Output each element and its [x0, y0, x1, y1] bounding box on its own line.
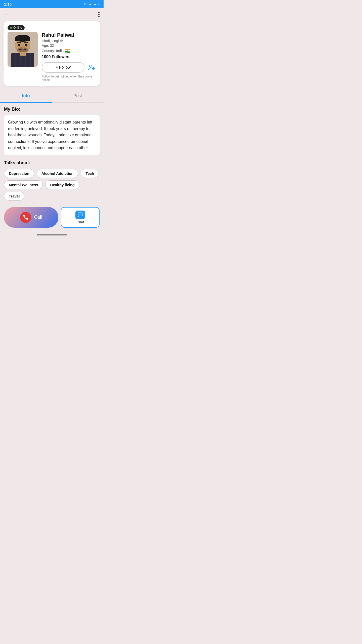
signal-icon: ▲	[93, 2, 97, 6]
profile-info: Rahul Paliwal Hindi, English Age: 32 Cou…	[42, 25, 96, 82]
profile-card: Online	[4, 21, 100, 86]
svg-rect-16	[79, 214, 82, 214]
tag-mental-wellness[interactable]: Mental Wellness	[4, 180, 43, 189]
talks-title: Talks about:	[4, 160, 100, 166]
svg-point-11	[18, 44, 20, 47]
profile-languages: Hindi, English	[42, 39, 96, 43]
info-section: My Bio: Growing up with emotionally dist…	[0, 107, 104, 200]
country-name: India	[56, 49, 64, 53]
call-button[interactable]: Call	[4, 207, 58, 228]
more-options-button[interactable]	[98, 12, 100, 17]
home-bar	[37, 234, 67, 235]
status-time: 1:15	[4, 2, 12, 6]
bottom-actions: Call Chat	[0, 203, 104, 232]
followers-count: 1000 Followers	[42, 55, 96, 59]
svg-point-12	[25, 44, 27, 47]
wifi-icon: ▲	[88, 2, 92, 6]
call-icon	[20, 212, 31, 223]
bio-title: My Bio:	[4, 107, 100, 112]
chat-label: Chat	[76, 220, 84, 224]
online-label: Online	[13, 26, 22, 29]
tag-tech[interactable]: Tech	[81, 169, 99, 178]
profile-country: Country: India 🇮🇳	[42, 48, 96, 54]
tab-info[interactable]: Info	[0, 90, 52, 103]
avatar	[8, 32, 38, 67]
tag-alcohol-addiction[interactable]: Alcohol Addiction	[37, 169, 78, 178]
profile-age: Age: 32	[42, 44, 96, 48]
online-dot-icon	[10, 27, 12, 29]
svg-point-13	[89, 65, 92, 67]
svg-rect-9	[15, 38, 30, 41]
home-indicator	[0, 232, 104, 237]
status-icons: ⊖ ▲ ▲ ▪	[84, 2, 100, 6]
call-label: Call	[34, 215, 42, 220]
country-label: Country:	[42, 49, 55, 53]
tag-travel[interactable]: Travel	[4, 192, 24, 200]
add-user-button[interactable]	[87, 63, 96, 72]
svg-rect-17	[79, 215, 81, 215]
tab-post[interactable]: Post	[52, 90, 104, 102]
top-nav: ←	[0, 8, 104, 21]
chat-icon	[75, 211, 85, 219]
back-button[interactable]: ←	[4, 11, 10, 18]
battery-icon: ▪	[98, 2, 100, 6]
follow-button[interactable]: + Follow	[42, 62, 84, 73]
avatar-wrap: Online	[8, 25, 38, 67]
chat-button[interactable]: Chat	[61, 207, 100, 228]
tags-row-1: Depression Alcohol Addiction Tech	[4, 169, 100, 178]
follow-hint: Follow to get notified when they come on…	[42, 75, 96, 82]
country-flag: 🇮🇳	[65, 48, 70, 54]
tag-depression[interactable]: Depression	[4, 169, 34, 178]
tag-healthy-living[interactable]: Healthy living	[45, 180, 79, 189]
follow-row: + Follow	[42, 62, 96, 73]
profile-name: Rahul Paliwal	[42, 32, 96, 38]
online-badge: Online	[8, 25, 25, 30]
bio-text: Growing up with emotionally distant pare…	[4, 115, 100, 155]
block-icon: ⊖	[84, 2, 87, 6]
avatar-image	[8, 32, 38, 67]
tags-row-2: Mental Wellness Healthy living Travel	[4, 180, 100, 200]
status-bar: 1:15 ⊖ ▲ ▲ ▪	[0, 0, 104, 8]
tabs: Info Post	[0, 90, 104, 103]
profile-top: Online	[8, 25, 96, 82]
